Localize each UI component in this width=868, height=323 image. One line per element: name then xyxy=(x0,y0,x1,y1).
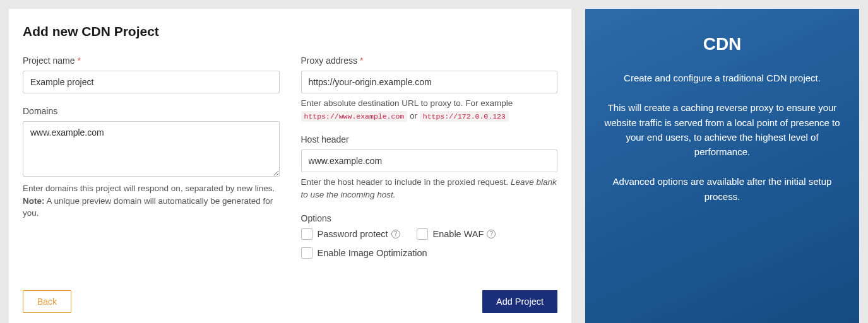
project-name-input[interactable] xyxy=(23,71,280,93)
password-protect-checkbox[interactable] xyxy=(301,228,312,240)
add-project-button[interactable]: Add Project xyxy=(482,290,557,313)
enable-waf-label: Enable WAF ? xyxy=(433,229,496,239)
enable-image-opt-label: Enable Image Optimization xyxy=(318,248,427,258)
options-label: Options xyxy=(301,213,558,223)
info-paragraph: This will create a caching reverse proxy… xyxy=(603,100,841,159)
domains-label: Domains xyxy=(23,106,280,116)
form-panel: Add new CDN Project Project name * Domai… xyxy=(9,9,571,323)
project-name-label: Project name * xyxy=(23,56,280,66)
proxy-address-label: Proxy address * xyxy=(301,56,558,66)
host-header-label: Host header xyxy=(301,134,558,144)
info-paragraph: Create and configure a traditional CDN p… xyxy=(603,71,841,85)
host-header-help: Enter the host header to include in the … xyxy=(301,176,558,201)
help-icon[interactable]: ? xyxy=(487,230,496,238)
proxy-address-input[interactable] xyxy=(301,71,558,93)
info-panel: CDN Create and configure a traditional C… xyxy=(585,9,859,323)
required-indicator: * xyxy=(360,56,363,66)
code-example: https://172.0.0.123 xyxy=(420,111,509,122)
info-title: CDN xyxy=(603,34,841,54)
required-indicator: * xyxy=(77,56,80,66)
code-example: https://www.example.com xyxy=(301,111,408,122)
proxy-help: Enter absolute destination URL to proxy … xyxy=(301,97,558,122)
help-icon[interactable]: ? xyxy=(391,230,400,238)
password-protect-label: Password protect ? xyxy=(318,229,400,239)
info-paragraph: Advanced options are available after the… xyxy=(603,174,841,204)
domains-textarea[interactable]: www.example.com xyxy=(23,121,280,177)
page-title: Add new CDN Project xyxy=(23,24,557,39)
back-button[interactable]: Back xyxy=(23,290,71,313)
host-header-input[interactable] xyxy=(301,150,558,172)
domains-help: Enter domains this project will respond … xyxy=(23,182,280,220)
enable-waf-checkbox[interactable] xyxy=(417,228,428,240)
enable-image-opt-checkbox[interactable] xyxy=(301,247,312,259)
